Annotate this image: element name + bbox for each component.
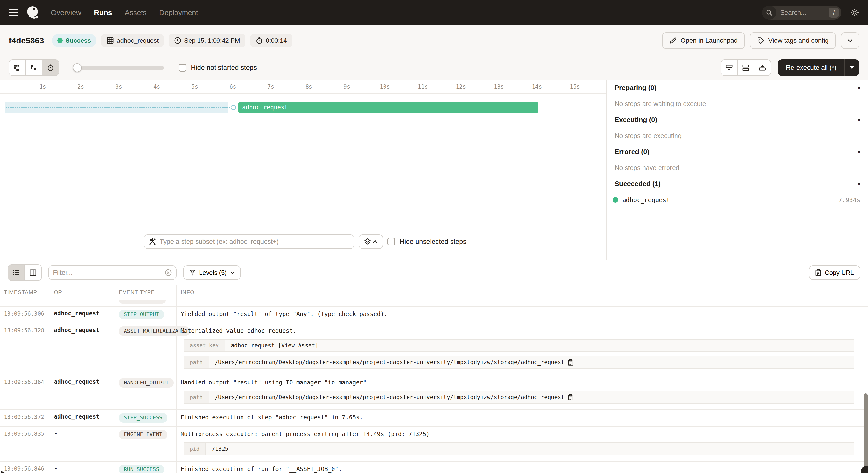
log-op: adhoc_request (50, 323, 115, 374)
side-section-title: Errored (0) (615, 148, 649, 156)
gantt-zoom-slider[interactable] (74, 63, 164, 72)
event-type-pill: RUN_SUCCESS (119, 465, 164, 473)
side-panel: Preparing (0)▾No steps are waiting to ex… (607, 80, 868, 260)
log-timestamp[interactable]: 13:09:56.835 (0, 427, 50, 461)
log-timestamp[interactable]: 13:09:56.372 (0, 410, 50, 426)
panel-bottom-collapse-button[interactable] (721, 60, 738, 75)
copy-path-icon[interactable] (568, 359, 574, 366)
log-info: Finished execution of run for "__ASSET_J… (177, 462, 868, 473)
hamburger-menu-icon[interactable] (9, 9, 19, 16)
log-timestamp[interactable]: 13:09:56.306 (0, 307, 50, 323)
log-info-text: Yielded output "result" of type "Any". (… (181, 310, 860, 318)
gantt-marker-circle (230, 105, 236, 110)
log-op: - (50, 427, 115, 461)
gridline (537, 93, 537, 260)
panel-top-collapse-button[interactable] (754, 60, 771, 75)
table-icon (106, 37, 114, 44)
axis-tick-label: 4s (153, 83, 160, 90)
gridline (43, 93, 43, 260)
hide-not-started-label: Hide not started steps (191, 64, 257, 72)
hide-not-started-checkbox[interactable] (179, 64, 186, 72)
dagster-logo[interactable] (25, 5, 40, 20)
step-query-options-button[interactable] (359, 234, 383, 249)
side-panel-step-row[interactable]: adhoc_request7.934s (607, 192, 868, 208)
metadata-key: pid (184, 443, 206, 455)
axis-tick-label: 8s (305, 83, 312, 90)
duration-tag: 0:00:14 (250, 34, 292, 47)
gear-icon[interactable] (850, 8, 859, 17)
search-placeholder: Search... (780, 9, 806, 16)
col-info: INFO (177, 285, 868, 300)
gantt-timed-view-button[interactable] (42, 60, 59, 75)
log-metadata-table: path/Users/erincochran/Desktop/dagster-e… (184, 356, 855, 369)
step-name: adhoc_request (622, 197, 670, 204)
side-section-title: Succeeded (1) (615, 180, 661, 188)
log-filter-input[interactable] (53, 269, 164, 276)
metadata-path-link[interactable]: /Users/erincochran/Desktop/dagster-examp… (215, 358, 564, 366)
view-asset-link[interactable]: [View Asset] (278, 341, 318, 349)
log-metadata-table: path/Users/erincochran/Desktop/dagster-e… (184, 391, 855, 404)
side-section-header[interactable]: Preparing (0)▾ (607, 80, 868, 96)
clipboard-icon (815, 269, 822, 276)
top-nav: OverviewRunsAssetsDeployment Search... / (0, 0, 868, 25)
side-section-header[interactable]: Succeeded (1)▾ (607, 176, 868, 192)
metadata-path-link[interactable]: /Users/erincochran/Desktop/dagster-examp… (215, 393, 564, 401)
col-timestamp: TIMESTAMP (0, 285, 50, 300)
reexecute-all-button[interactable]: Re-execute all (*) (778, 60, 859, 76)
gridline (575, 93, 575, 260)
nav-item-overview[interactable]: Overview (51, 8, 81, 17)
slider-track (74, 66, 164, 70)
gantt-flat-view-button[interactable] (9, 60, 26, 75)
log-table-header: TIMESTAMP OP EVENT TYPE INFO (0, 285, 868, 300)
gantt-step-bar[interactable]: adhoc_request (238, 102, 538, 112)
log-event-type: STEP_OUTPUT (115, 307, 177, 323)
log-timestamp[interactable]: 13:09:56.846 (0, 462, 50, 473)
log-event-type: HANDLED_OUTPUT (115, 375, 177, 409)
slider-knob[interactable] (73, 63, 82, 72)
log-info: Multiprocess executor: parent process ex… (177, 427, 868, 461)
hide-unselected-checkbox[interactable] (388, 238, 395, 245)
log-metadata-table: asset_keyadhoc_request [View Asset] (184, 339, 855, 352)
axis-tick-label: 11s (418, 83, 428, 90)
nav-item-assets[interactable]: Assets (125, 8, 147, 17)
job-tag[interactable]: adhoc_request (101, 34, 164, 47)
log-row: 13:09:56.846-RUN_SUCCESSFinished executi… (0, 462, 868, 473)
log-info: Finished execution of step "adhoc_reques… (177, 410, 868, 426)
log-event-type: RUN_SUCCESS (115, 462, 177, 473)
panel-split-button[interactable] (738, 60, 754, 75)
copy-url-button[interactable]: Copy URL (809, 265, 860, 280)
levels-filter-button[interactable]: Levels (5) (183, 265, 241, 280)
search-input[interactable]: Search... / (762, 6, 841, 20)
reexecute-dropdown-caret[interactable] (844, 60, 859, 76)
side-section-header[interactable]: Errored (0)▾ (607, 144, 868, 160)
open-in-launchpad-button[interactable]: Open in Launchpad (662, 32, 745, 49)
view-tags-config-button[interactable]: View tags and config (750, 32, 836, 49)
log-timestamp[interactable]: 13:09:56.364 (0, 375, 50, 409)
run-actions-dropdown-button[interactable] (841, 32, 859, 49)
metadata-plain-value: 71325 (212, 445, 228, 453)
gantt-waterfall-view-button[interactable] (26, 60, 42, 75)
step-subset-input-wrap (144, 234, 354, 249)
nav-item-runs[interactable]: Runs (94, 8, 112, 17)
log-metadata-table: pid71325 (184, 442, 855, 455)
log-timestamp[interactable]: 13:09:56.328 (0, 323, 50, 374)
step-duration: 7.934s (838, 197, 860, 204)
search-shortcut-badge: / (829, 7, 839, 18)
metadata-key: path (184, 356, 209, 368)
nav-item-deployment[interactable]: Deployment (159, 8, 198, 17)
log-scrollbar-thumb[interactable] (864, 394, 868, 470)
collapse-caret-icon[interactable]: ▾ (858, 85, 860, 91)
log-raw-view-button[interactable] (25, 265, 41, 280)
clear-filter-icon[interactable] (164, 269, 172, 276)
collapse-caret-icon[interactable]: ▾ (858, 149, 860, 155)
collapse-caret-icon[interactable]: ▾ (858, 181, 860, 187)
copy-path-icon[interactable] (568, 394, 574, 401)
side-section-header[interactable]: Executing (0)▾ (607, 112, 868, 128)
log-structured-view-button[interactable] (8, 265, 25, 280)
step-subset-input[interactable] (160, 238, 349, 245)
metadata-value: 71325 (206, 443, 854, 455)
op-selector-icon (149, 238, 156, 245)
log-row: 13:09:56.306adhoc_requestSTEP_OUTPUTYiel… (0, 307, 868, 323)
collapse-caret-icon[interactable]: ▾ (858, 117, 860, 123)
hide-unselected-label: Hide unselected steps (400, 238, 467, 245)
